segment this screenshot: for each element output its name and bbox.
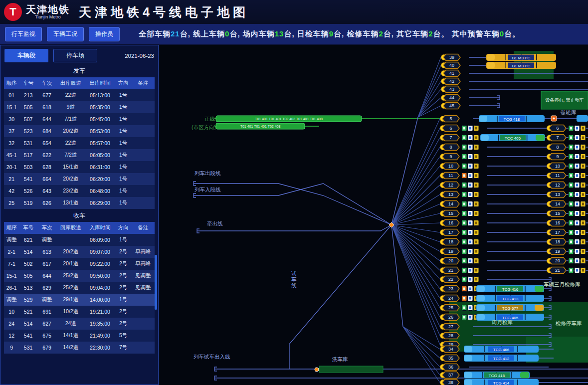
train[interactable]: TCG 418	[479, 115, 545, 122]
track-badge[interactable]: 18	[440, 239, 460, 245]
track-badge[interactable]: 6	[547, 125, 567, 132]
table-row[interactable]: 3253165422道05:57:001号	[4, 137, 155, 149]
train[interactable]: TCG 412	[464, 355, 539, 362]
train[interactable]: TCG 466	[464, 346, 539, 353]
mainline-train[interactable]: T01 401 T01 401 T02 408	[216, 123, 305, 129]
table-row[interactable]: 0121367722道05:13:001号	[4, 89, 155, 101]
track-badge[interactable]: 10	[440, 163, 460, 170]
table-row[interactable]: 2-151461320/2道09:07:002号早高峰	[4, 246, 155, 258]
track-badge[interactable]: 20	[440, 258, 460, 264]
track-badge[interactable]: 13	[440, 192, 460, 198]
track-badge[interactable]: 36	[440, 364, 460, 371]
track-badge[interactable]: 6	[440, 125, 460, 132]
track-badge[interactable]: 41	[441, 70, 461, 77]
track-badge[interactable]: 12	[547, 182, 567, 189]
track-badge[interactable]: 16	[440, 220, 460, 226]
train[interactable]: TCG 416	[476, 285, 544, 292]
table-row[interactable]: 调整529调整29/1道14:00:001号	[4, 294, 155, 306]
train[interactable]: TCG 677	[476, 304, 544, 311]
track-badge[interactable]: 17	[547, 229, 567, 236]
track-badge[interactable]: 28	[440, 333, 460, 339]
track-badge[interactable]: 25	[440, 305, 460, 311]
track-badge[interactable]: 19	[547, 248, 567, 255]
cell: 01	[4, 89, 19, 101]
train[interactable]: TCC 405	[480, 134, 545, 141]
track-badge[interactable]: 21	[440, 267, 460, 274]
toolbar-button-2[interactable]: 操作员	[89, 27, 120, 41]
track-badge[interactable]: 16	[547, 220, 567, 226]
track-badge[interactable]: 21	[547, 267, 567, 274]
table-row[interactable]: 2154166420/2道06:20:001号	[4, 173, 155, 185]
table-row[interactable]: 1052169110/2道19:21:002号	[4, 306, 155, 318]
table-row[interactable]: 3752368420/2道05:53:001号	[4, 125, 155, 137]
track-badge[interactable]: 14	[440, 201, 460, 207]
table-row[interactable]: 305076447/1道05:45:001号	[4, 113, 155, 125]
track-badge[interactable]: 35	[440, 355, 460, 362]
track-badge[interactable]: 20	[547, 258, 567, 264]
track-badge[interactable]: 12	[440, 182, 460, 189]
table-row[interactable]: 45-15176227/2道06:05:001号	[4, 149, 155, 161]
table-row[interactable]: 15-150564425/2道09:50:002号见调整	[4, 270, 155, 282]
track-badge[interactable]: 18	[547, 239, 567, 245]
cell: 14:00:00	[85, 294, 115, 306]
track-badge[interactable]: 45	[441, 103, 461, 109]
track-number: 18	[555, 239, 560, 244]
track-badge[interactable]: 13	[547, 192, 567, 198]
track-badge[interactable]: 14	[547, 201, 567, 207]
table-row[interactable]: 2551962613/1道06:29:001号	[4, 197, 155, 209]
train[interactable]: TCG 413	[476, 295, 544, 302]
track-badge[interactable]: 42	[441, 78, 461, 85]
track-badge[interactable]: 7	[440, 135, 460, 141]
track-badge[interactable]: 38	[440, 380, 460, 385]
track-badge[interactable]: 7	[547, 135, 567, 141]
track-badge[interactable]: 11	[547, 173, 567, 179]
track-badge[interactable]: 39	[441, 54, 461, 61]
train[interactable]: TCG 415	[464, 372, 530, 379]
cell: 2号	[115, 282, 131, 294]
track-badge[interactable]: 17	[440, 229, 460, 236]
cell: 1号	[115, 113, 131, 125]
track-badge[interactable]: 34	[440, 346, 460, 353]
track-status-glyph	[576, 269, 578, 272]
track-badge[interactable]: 9	[547, 154, 567, 160]
track-badge[interactable]: 22	[440, 276, 460, 283]
track-badge[interactable]: 8	[547, 144, 567, 151]
track-badge[interactable]: 11	[440, 173, 460, 179]
table-row[interactable]: 调整621调整06:09:001号	[4, 234, 155, 246]
track-badge[interactable]: 10	[547, 163, 567, 170]
panel-scrollbar[interactable]	[155, 255, 157, 310]
track-badge[interactable]: 27	[440, 324, 460, 330]
table-row[interactable]: 2451462724道19:35:002号	[4, 318, 155, 330]
col-header: 出库时间	[85, 77, 115, 89]
track-badge[interactable]: 43	[441, 86, 461, 93]
train[interactable]: B1 M3 PC	[486, 54, 556, 61]
train-head	[479, 116, 487, 122]
tab-1[interactable]: 停车场	[53, 49, 97, 62]
track-badge[interactable]: 44	[441, 95, 461, 101]
table-row[interactable]: 1254167514/1道21:49:005号	[4, 330, 155, 342]
track-badge[interactable]: 5	[440, 116, 460, 122]
table-row[interactable]: 7-150261720/1道09:22:002号早高峰	[4, 258, 155, 270]
table-row[interactable]: 15-15056189道05:35:001号	[4, 101, 155, 113]
table-row[interactable]: 26-151362925/2道09:04:002号见调整	[4, 282, 155, 294]
table-row[interactable]: 4252664323/2道06:48:001号	[4, 185, 155, 197]
train[interactable]: B1 M3 PC	[486, 62, 556, 69]
track-badge[interactable]: 23	[440, 286, 460, 292]
train[interactable]: TCG 414	[464, 379, 539, 385]
tab-0[interactable]: 车辆段	[4, 49, 48, 62]
mainline-train[interactable]: T01 401 T01 401 T02 402 T01 401 T01 408	[216, 116, 362, 122]
track-badge[interactable]: 9	[440, 154, 460, 160]
track-badge[interactable]: 26	[440, 314, 460, 321]
table-row[interactable]: 20-150362815/1道06:31:001号	[4, 161, 155, 173]
track-badge[interactable]: 24	[440, 295, 460, 302]
track-badge[interactable]: 40	[441, 62, 461, 69]
toolbar-button-1[interactable]: 车辆工况	[47, 27, 84, 41]
track-badge[interactable]: 15	[440, 210, 460, 217]
track-status-glyph	[463, 212, 465, 215]
toolbar-button-0[interactable]: 行车监视	[5, 27, 42, 41]
track-badge[interactable]: 15	[547, 210, 567, 217]
track-badge[interactable]: 37	[440, 372, 460, 379]
track-badge[interactable]: 8	[440, 144, 460, 151]
track-badge[interactable]: 19	[440, 248, 460, 255]
table-row[interactable]: 953167914/2道22:30:007号	[4, 342, 155, 354]
